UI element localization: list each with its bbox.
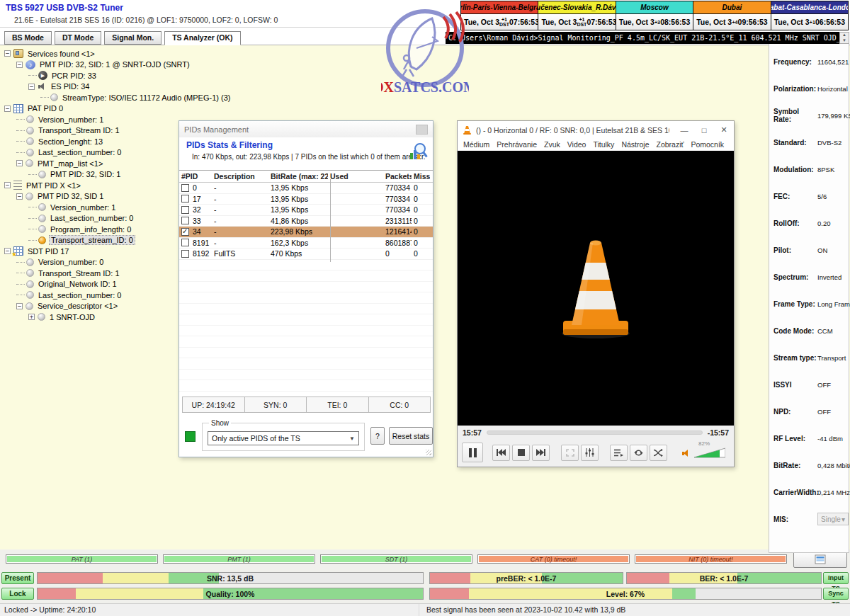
tree-item[interactable]: Program_info_length: 0: [3, 224, 177, 235]
pid-checkbox[interactable]: [181, 195, 189, 203]
tab-ts-analyzer-ok-[interactable]: TS Analyzer (OK): [164, 31, 240, 45]
tree-label[interactable]: Last_section_number: 0: [49, 214, 135, 222]
collapse-icon[interactable]: −: [28, 84, 35, 90]
tree-item[interactable]: Transport_Stream ID: 1: [3, 268, 177, 279]
column-header[interactable]: #PID: [179, 172, 212, 181]
pid-table-row[interactable]: 33-41,86 Kbps23131150: [179, 216, 433, 227]
pid-table-row[interactable]: 0-13,95 Kbps7703340: [179, 183, 433, 194]
volume-control[interactable]: 82%: [682, 447, 730, 458]
tree-item[interactable]: −Service_descriptor <1>: [3, 301, 177, 312]
collapse-icon[interactable]: −: [4, 182, 11, 188]
tree-label[interactable]: PCR PID: 33: [50, 72, 98, 80]
resize-grip[interactable]: [426, 450, 431, 455]
collapse-icon[interactable]: −: [16, 303, 23, 309]
tree-label[interactable]: Version_number: 0: [37, 258, 105, 266]
tree-label[interactable]: Last_section_number: 0: [37, 148, 123, 156]
stop-button[interactable]: [512, 445, 530, 461]
tree-label[interactable]: PMT_map_list <1>: [36, 159, 104, 168]
loop-button[interactable]: [630, 445, 647, 461]
collapse-icon[interactable]: −: [4, 50, 11, 57]
pid-table-row[interactable]: 8192FullTS470 Kbps00: [179, 249, 433, 260]
pid-checkbox[interactable]: [181, 239, 189, 246]
tree-label[interactable]: Transport_Stream ID: 1: [37, 126, 121, 135]
tab-bs-mode[interactable]: BS Mode: [4, 31, 52, 45]
column-header[interactable]: Description: [212, 172, 268, 181]
tree-item[interactable]: Version_number: 1: [3, 114, 177, 125]
column-header[interactable]: BitRate (max: 223,98 Kb...: [268, 172, 328, 181]
tree-label[interactable]: PAT PID 0: [26, 104, 64, 113]
expand-icon[interactable]: +: [28, 314, 35, 320]
tree-label[interactable]: Transport_stream_ID: 0: [49, 235, 135, 245]
next-button[interactable]: [532, 445, 550, 461]
pid-checkbox[interactable]: [181, 250, 189, 258]
search-chart-icon[interactable]: [408, 142, 428, 164]
help-button[interactable]: ?: [370, 427, 385, 445]
pids-window-titlebar[interactable]: PIDs Management: [179, 121, 433, 137]
column-header[interactable]: Packets: [383, 172, 412, 181]
volume-slider[interactable]: [694, 447, 725, 458]
menu-m-dium[interactable]: Médium: [463, 140, 489, 149]
scroll-down-icon[interactable]: ▼: [842, 38, 846, 43]
vlc-titlebar[interactable]: () - 0 Horizontal 0 / RF: 0 SNR: 0,0 | E…: [458, 121, 734, 139]
tree-label[interactable]: PMT PID X <1>: [25, 181, 82, 190]
maximize-icon[interactable]: □: [699, 126, 709, 135]
collapse-icon[interactable]: −: [4, 105, 11, 112]
collapse-icon[interactable]: −: [4, 248, 11, 254]
vlc-video-area[interactable]: [458, 151, 734, 426]
tree-item[interactable]: −PMT_map_list <1>: [3, 158, 177, 169]
console-command-line[interactable]: C:\Users\Roman Dávid>Signal Monitoring_P…: [446, 32, 839, 44]
menu-zobrazi-[interactable]: Zobraziť: [656, 140, 684, 149]
tab-signal-mon-[interactable]: Signal Mon.: [104, 31, 162, 45]
pids-window-button[interactable]: [416, 125, 428, 135]
tree-item[interactable]: −PMT PID 32, SID 1: [3, 191, 177, 203]
tree-item[interactable]: −Services found <1>: [3, 48, 177, 59]
tree-item[interactable]: Last_section_number: 0: [3, 290, 177, 301]
reset-stats-button[interactable]: Reset stats: [389, 427, 433, 445]
pid-checkbox[interactable]: [181, 184, 189, 192]
pid-table-row[interactable]: 17-13,95 Kbps7703340: [179, 194, 433, 205]
tree-item[interactable]: −ES PID: 34: [3, 81, 177, 93]
shuffle-button[interactable]: [650, 445, 667, 461]
pid-table-row[interactable]: 32-13,95 Kbps7703340: [179, 205, 433, 216]
close-icon[interactable]: ✕: [719, 125, 729, 135]
tree-item[interactable]: Version_number: 1: [3, 202, 177, 213]
tree-item[interactable]: StreamType: ISO/IEC 11172 Audio (MPEG-1)…: [3, 92, 177, 103]
scroll-up-icon[interactable]: ▲: [842, 33, 846, 38]
tree-label[interactable]: Section_lenght: 13: [37, 137, 104, 146]
tree-label[interactable]: PMT PID: 32, SID: 1 @ SNRT-OJD (SNRT): [38, 60, 191, 69]
tree-item[interactable]: +1 SNRT-OJD: [3, 312, 177, 323]
tab-dt-mode[interactable]: DT Mode: [55, 31, 101, 45]
tree-label[interactable]: Original_Network ID: 1: [37, 280, 118, 288]
pause-button[interactable]: [462, 443, 483, 462]
fullscreen-button[interactable]: [561, 445, 579, 461]
show-filter-select[interactable]: Only active PIDS of the TS ▼: [208, 431, 359, 445]
tree-item[interactable]: Transport_Stream ID: 1: [3, 125, 177, 137]
menu-pomocn-k[interactable]: Pomocník: [691, 140, 724, 149]
tree-label[interactable]: Version_number: 1: [49, 203, 117, 212]
tree-label[interactable]: PMT PID: 32, SID: 1: [49, 170, 122, 178]
tree-item[interactable]: Last_section_number: 0: [3, 213, 177, 224]
tree-item[interactable]: Version_number: 0: [3, 257, 177, 268]
tree-item[interactable]: Last_section_number: 0: [3, 147, 177, 159]
collapse-icon[interactable]: −: [16, 160, 23, 166]
vlc-seek-bar[interactable]: [487, 430, 703, 435]
tree-item[interactable]: Original_Network ID: 1: [3, 279, 177, 290]
tree-item[interactable]: −PAT PID 0: [3, 103, 177, 115]
collapse-icon[interactable]: −: [16, 193, 23, 200]
menu-titulky[interactable]: Titulky: [593, 140, 614, 149]
tree-label[interactable]: ES PID: 34: [50, 82, 91, 91]
console-scrollbar[interactable]: ▲▼: [839, 32, 849, 44]
tree-label[interactable]: Version_number: 1: [37, 115, 105, 124]
tree-item[interactable]: PMT PID: 32, SID: 1: [3, 169, 177, 181]
tree-label[interactable]: Services found <1>: [26, 50, 96, 58]
mis-select[interactable]: Single▾: [817, 513, 849, 525]
previous-button[interactable]: [492, 445, 510, 461]
tree-item[interactable]: −PMT PID: 32, SID: 1 @ SNRT-OJD (SNRT): [3, 59, 177, 71]
pid-table-row[interactable]: 34-223,98 Kbps121641400: [179, 227, 433, 238]
tree-label[interactable]: PMT PID 32, SID 1: [36, 192, 105, 200]
menu-video[interactable]: Video: [567, 140, 586, 149]
tree-item[interactable]: Section_lenght: 13: [3, 136, 177, 147]
column-header[interactable]: Missing: [412, 172, 430, 181]
pid-table-row[interactable]: 8191-162,3 Kbps86018870: [179, 238, 433, 249]
pid-checkbox[interactable]: [181, 206, 189, 214]
